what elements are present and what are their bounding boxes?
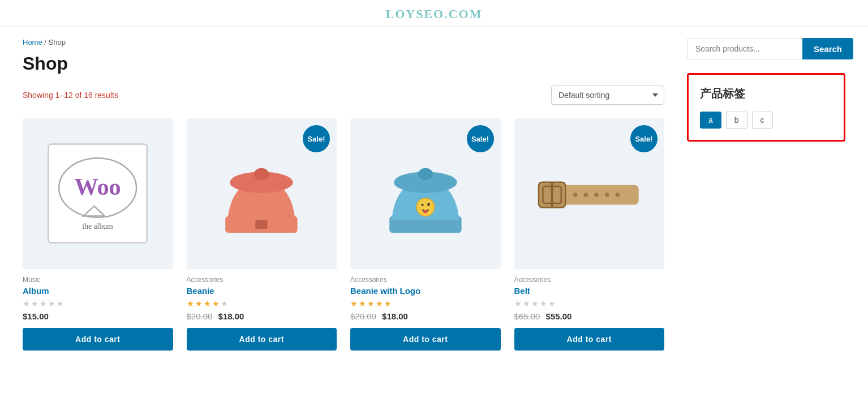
price-original-beanie-logo: $20.00 (350, 311, 376, 321)
product-image-wrap-belt: Sale! (514, 118, 665, 269)
product-category-beanie-logo: Accessories (350, 276, 501, 284)
star4: ★ (48, 299, 55, 308)
sale-badge-beanie-logo: Sale! (467, 125, 494, 152)
star2: ★ (359, 299, 366, 308)
svg-point-19 (605, 193, 609, 197)
product-card-beanie-logo: Sale! (350, 118, 501, 351)
svg-text:Woo: Woo (75, 173, 121, 200)
product-image-album: Woo the album (41, 137, 154, 250)
sale-badge-belt: Sale! (630, 125, 658, 152)
page-title: Shop (23, 53, 664, 74)
main-content: Home / Shop Shop Showing 1–12 of 16 resu… (23, 38, 664, 351)
sort-select[interactable]: Default sorting Sort by popularity Sort … (551, 86, 664, 105)
star5: ★ (57, 299, 64, 308)
sidebar: Search 产品标签 a b c (687, 38, 845, 351)
svg-point-14 (423, 210, 428, 213)
price-original-belt: $65.00 (514, 311, 540, 321)
product-category-beanie: Accessories (187, 276, 337, 284)
product-category-album: Music (23, 276, 173, 284)
site-logo: LOYSEO.COM (386, 7, 483, 21)
stars-belt: ★ ★ ★ ★ ★ (514, 299, 665, 308)
star2: ★ (523, 299, 530, 308)
svg-point-20 (615, 193, 619, 197)
star1: ★ (23, 299, 30, 308)
price-current-beanie: $18.00 (218, 311, 244, 321)
product-image-beanie (209, 141, 314, 246)
breadcrumb-current: Shop (49, 38, 66, 46)
star3: ★ (204, 299, 211, 308)
product-image-wrap-beanie-logo: Sale! (350, 118, 501, 269)
product-image-wrap-beanie: Sale! (187, 118, 337, 269)
breadcrumb: Home / Shop (23, 38, 664, 46)
svg-rect-5 (256, 220, 268, 229)
star2: ★ (195, 299, 203, 308)
results-count: Showing 1–12 of 16 results (23, 91, 118, 100)
tag-item-b[interactable]: b (726, 112, 747, 129)
svg-point-16 (573, 193, 577, 197)
product-name-beanie[interactable]: Beanie (187, 286, 337, 296)
price-original-beanie: $20.00 (187, 311, 213, 321)
tag-item-c[interactable]: c (752, 112, 773, 129)
product-image-beanie-logo (373, 141, 478, 246)
svg-point-18 (594, 193, 598, 197)
svg-point-17 (583, 193, 587, 197)
stars-beanie-logo: ★ ★ ★ ★ ★ (350, 299, 501, 308)
svg-point-7 (254, 168, 269, 180)
price-current-beanie-logo: $18.00 (382, 311, 408, 321)
star4: ★ (540, 299, 547, 308)
products-grid: Woo the album Music Album ★ ★ ★ ★ ★ $15.… (23, 118, 664, 351)
product-name-album[interactable]: Album (23, 286, 173, 296)
star4: ★ (212, 299, 220, 308)
product-image-belt (533, 137, 646, 250)
star4: ★ (376, 299, 383, 308)
star1: ★ (514, 299, 522, 308)
tags-title: 产品标签 (700, 86, 832, 101)
star1: ★ (187, 299, 194, 308)
product-category-belt: Accessories (514, 276, 665, 284)
sale-badge-beanie: Sale! (303, 125, 330, 152)
price-album: $15.00 (23, 311, 173, 321)
search-button[interactable]: Search (802, 38, 853, 59)
add-to-cart-beanie[interactable]: Add to cart (187, 328, 337, 351)
svg-text:the album: the album (83, 222, 114, 230)
price-current-album: $15.00 (23, 311, 49, 321)
site-header: LOYSEO.COM (0, 0, 868, 27)
star3: ★ (40, 299, 47, 308)
stars-beanie: ★ ★ ★ ★ ★ (187, 299, 337, 308)
price-current-belt: $55.00 (546, 311, 572, 321)
product-card-beanie: Sale! Accessories (187, 118, 337, 351)
search-widget: Search (687, 38, 845, 59)
star2: ★ (31, 299, 38, 308)
star5: ★ (384, 299, 392, 308)
shop-toolbar: Showing 1–12 of 16 results Default sorti… (23, 86, 664, 105)
svg-point-11 (416, 198, 435, 216)
product-image-wrap-album: Woo the album (23, 118, 173, 269)
breadcrumb-home[interactable]: Home (23, 38, 42, 46)
add-to-cart-beanie-logo[interactable]: Add to cart (350, 328, 501, 351)
product-name-belt[interactable]: Belt (514, 286, 665, 296)
product-card-belt: Sale! (514, 118, 665, 351)
product-name-beanie-logo[interactable]: Beanie with Logo (350, 286, 501, 296)
stars-album: ★ ★ ★ ★ ★ (23, 299, 173, 308)
star1: ★ (350, 299, 358, 308)
star3: ★ (367, 299, 375, 308)
star3: ★ (531, 299, 539, 308)
price-beanie-logo: $20.00 $18.00 (350, 311, 501, 321)
add-to-cart-belt[interactable]: Add to cart (514, 328, 665, 351)
price-belt: $65.00 $55.00 (514, 311, 665, 321)
star5: ★ (548, 299, 556, 308)
star5: ★ (221, 299, 228, 308)
svg-point-10 (418, 168, 433, 180)
price-beanie: $20.00 $18.00 (187, 311, 337, 321)
search-input[interactable] (687, 38, 802, 59)
svg-point-12 (421, 204, 423, 206)
breadcrumb-separator: / (44, 38, 48, 46)
tags-list: a b c (700, 112, 832, 129)
product-card-album: Woo the album Music Album ★ ★ ★ ★ ★ $15.… (23, 118, 173, 351)
tag-item-a[interactable]: a (700, 112, 721, 129)
tags-widget: 产品标签 a b c (687, 73, 845, 142)
add-to-cart-album[interactable]: Add to cart (23, 328, 173, 351)
